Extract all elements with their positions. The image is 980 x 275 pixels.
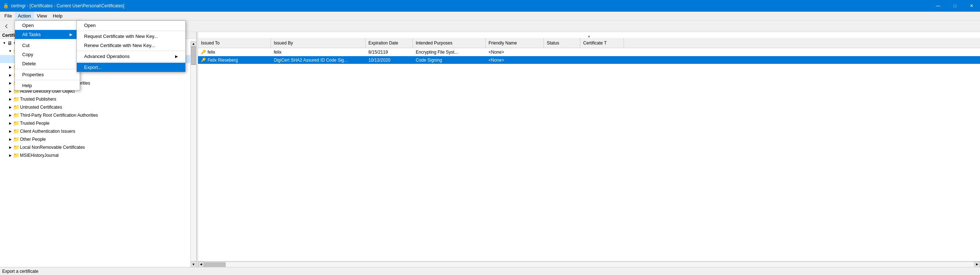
tree-scroll-down[interactable]: ▼ [191, 261, 196, 267]
action-delete[interactable]: Delete [15, 59, 80, 68]
sort-indicator: ▲ [198, 32, 980, 38]
title-bar-controls: — □ ✕ [930, 0, 980, 12]
expand-icon[interactable]: ▼ [2, 40, 7, 46]
tree-label: Trusted People [20, 121, 49, 126]
menu-bar: File Action View Help [0, 12, 980, 21]
expand-icon[interactable]: ▶ [7, 88, 13, 94]
folder-icon: 📁 [13, 120, 19, 126]
title-bar-text: certmgr - [Certificates - Current User\P… [11, 3, 124, 8]
action-open[interactable]: Open [15, 21, 80, 30]
cell-purposes: Code Signing [413, 57, 486, 64]
col-issued-to[interactable]: Issued To [198, 38, 271, 48]
tree-label: MSIEHistoryJournal [20, 153, 59, 158]
menu-sep [77, 51, 185, 51]
col-issued-by[interactable]: Issued By [271, 38, 366, 48]
tree-label: Third-Party Root Certification Authoriti… [20, 113, 98, 118]
status-text: Export a certificate [2, 269, 38, 274]
tasks-open[interactable]: Open [77, 21, 185, 30]
cell-issued-by: DigiCert SHA2 Assured ID Code Sig... [271, 57, 366, 64]
app-icon: 🔒 [3, 3, 9, 9]
expand-icon[interactable]: ▶ [7, 112, 13, 118]
col-friendly-name[interactable]: Friendly Name [486, 38, 544, 48]
folder-icon: 📁 [13, 128, 19, 134]
menu-sep [15, 80, 80, 80]
cert-icon: 🔑 [201, 50, 206, 54]
expand-icon[interactable]: ▶ [7, 72, 13, 78]
cell-issued-to: 🔑 felix [198, 49, 271, 56]
list-row[interactable]: 🔑 felix felix 8/15/2119 Encrypting File … [198, 48, 980, 56]
menu-help[interactable]: Help [50, 12, 65, 20]
submenu-arrow: ▶ [175, 54, 178, 58]
expand-icon[interactable]: ▼ [7, 48, 13, 54]
status-bar: Export a certificate [0, 267, 980, 275]
maximize-button[interactable]: □ [947, 0, 963, 12]
folder-icon: 📁 [13, 136, 19, 142]
tree-item-untrusted[interactable]: ▶ 📁 Untrusted Certificates [0, 103, 196, 111]
scroll-thumb[interactable] [204, 262, 226, 267]
tree-item-msie[interactable]: ▶ 📁 MSIEHistoryJournal [0, 151, 196, 159]
action-help[interactable]: Help [15, 81, 80, 90]
submenu-arrow: ▶ [70, 32, 72, 37]
cell-issued-by: felix [271, 49, 366, 56]
col-expiration[interactable]: Expiration Date [366, 38, 413, 48]
menu-view[interactable]: View [34, 12, 50, 20]
expand-icon[interactable]: ▶ [7, 136, 13, 142]
list-body: 🔑 felix felix 8/15/2119 Encrypting File … [198, 48, 980, 261]
cell-friendly: <None> [486, 57, 544, 64]
tree-label: Untrusted Certificates [20, 105, 62, 110]
folder-icon: 📁 [13, 152, 19, 158]
list-header: Issued To Issued By Expiration Date Inte… [198, 38, 980, 48]
expand-icon[interactable]: ▶ [7, 104, 13, 110]
expand-icon[interactable]: ▶ [7, 80, 13, 86]
tree-item-other-people[interactable]: ▶ 📁 Other People [0, 135, 196, 143]
tasks-renew-cert[interactable]: Renew Certificate with New Key... [77, 41, 185, 50]
folder-icon: 📁 [13, 96, 19, 102]
cell-status [544, 59, 580, 61]
menu-action[interactable]: Action [15, 12, 34, 20]
list-row[interactable]: 🔑 Felix Rieseberg DigiCert SHA2 Assured … [198, 56, 980, 64]
menu-file[interactable]: File [2, 12, 15, 20]
expand-icon[interactable]: ▶ [7, 128, 13, 134]
expand-icon[interactable]: ▶ [7, 144, 13, 150]
tasks-request-cert[interactable]: Request Certificate with New Key... [77, 32, 185, 41]
expand-icon[interactable]: ▶ [7, 152, 13, 158]
tree-scroll-up[interactable]: ▲ [191, 41, 196, 47]
action-properties[interactable]: Properties [15, 70, 80, 79]
toolbar-back[interactable] [2, 21, 12, 31]
folder-icon: 📁 [13, 144, 19, 150]
action-copy[interactable]: Copy [15, 50, 80, 59]
scroll-track[interactable] [204, 262, 974, 267]
cell-expiration: 10/13/2020 [366, 57, 413, 64]
cell-expiration: 8/15/2119 [366, 49, 413, 56]
tree-scroll-thumb[interactable] [191, 47, 196, 65]
tree-label: Client Authentication Issuers [20, 129, 75, 134]
tree-item-local-non-removable[interactable]: ▶ 📁 Local NonRemovable Certificates [0, 143, 196, 151]
tree-label: Trusted Publishers [20, 97, 56, 102]
cell-friendly: <None> [486, 49, 544, 56]
action-cut[interactable]: Cut [15, 41, 80, 50]
tasks-export[interactable]: Export... [77, 63, 185, 72]
action-all-tasks[interactable]: All Tasks ▶ [15, 30, 80, 39]
tasks-advanced-ops[interactable]: Advanced Operations ▶ [77, 52, 185, 61]
cell-cert-t [580, 59, 624, 61]
title-bar-left: 🔒 certmgr - [Certificates - Current User… [3, 3, 124, 9]
close-button[interactable]: ✕ [963, 0, 980, 12]
folder-icon: 📁 [13, 104, 19, 110]
tree-item-trusted-pub[interactable]: ▶ 📁 Trusted Publishers [0, 95, 196, 103]
col-purposes[interactable]: Intended Purposes [413, 38, 486, 48]
col-cert-t[interactable]: Certificate T [580, 38, 624, 48]
tree-label: Other People [20, 137, 46, 142]
expand-icon[interactable]: ▶ [7, 120, 13, 126]
expand-icon[interactable]: ▶ [7, 64, 13, 70]
cell-purposes: Encrypting File Syst... [413, 49, 486, 56]
menu-sep [15, 69, 80, 69]
tree-item-third-party[interactable]: ▶ 📁 Third-Party Root Certification Autho… [0, 111, 196, 119]
scroll-right-btn[interactable]: ▶ [974, 262, 980, 267]
tree-item-trusted-people[interactable]: ▶ 📁 Trusted People [0, 119, 196, 127]
minimize-button[interactable]: — [930, 0, 947, 12]
expand-icon[interactable]: ▶ [7, 96, 13, 102]
scroll-left-btn[interactable]: ◀ [198, 262, 204, 267]
folder-icon: 📁 [13, 112, 19, 118]
tree-item-client-auth[interactable]: ▶ 📁 Client Authentication Issuers [0, 127, 196, 135]
col-status[interactable]: Status [544, 38, 580, 48]
